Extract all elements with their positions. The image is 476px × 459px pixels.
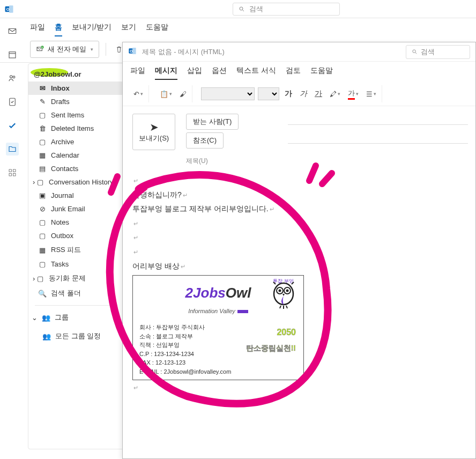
owl-icon bbox=[271, 281, 296, 310]
folder-conversation-history[interactable]: › ▢Conversation History bbox=[28, 175, 124, 189]
calendar-icon: ▦ bbox=[38, 151, 47, 159]
drafts-icon: ✎ bbox=[38, 98, 47, 106]
rail-mail-icon[interactable] bbox=[6, 25, 19, 38]
new-mail-button[interactable]: + 새 전자 메일 ▾ bbox=[30, 41, 99, 58]
folder-calendar[interactable]: ▦Calendar bbox=[28, 149, 124, 162]
people-icon: 👥 bbox=[42, 314, 50, 322]
folder-label: 검색 폴더 bbox=[51, 288, 81, 298]
cc-button[interactable]: 참조(C) bbox=[186, 132, 224, 149]
folder-contacts[interactable]: ▤Contacts bbox=[28, 162, 124, 175]
tab-options[interactable]: 옵션 bbox=[212, 66, 227, 80]
folder-sent[interactable]: ▢Sent Items bbox=[28, 108, 124, 122]
app-rail bbox=[0, 19, 25, 179]
folder-groups[interactable]: ⌄👥그룹 bbox=[28, 310, 124, 325]
search-icon bbox=[239, 6, 245, 12]
folder-junk[interactable]: ⊘Junk Email bbox=[28, 202, 124, 216]
tab-format[interactable]: 텍스트 서식 bbox=[236, 66, 276, 80]
format-painter-button[interactable]: 🖌 bbox=[177, 88, 189, 100]
tab-sendrecv[interactable]: 보내기/받기 bbox=[72, 23, 111, 36]
folder-label: 모든 그룹 일정 bbox=[55, 331, 101, 341]
new-mail-icon: + bbox=[36, 45, 44, 54]
folder-tasks[interactable]: ▢Tasks bbox=[28, 257, 124, 271]
body-line bbox=[132, 230, 466, 245]
search-placeholder: 검색 bbox=[249, 4, 263, 14]
compose-window: O 제목 없음 - 메시지 (HTML) 검색 파일 메시지 삽입 옵션 텍스트… bbox=[122, 42, 476, 459]
compose-ribbon: ↶▾ 📋▾ 🖌 가 가 가 🖍▾ 가▾ ☰▾ bbox=[123, 82, 475, 106]
folder-outbox[interactable]: ▢Outbox bbox=[28, 229, 124, 242]
send-icon: ➤ bbox=[133, 121, 175, 134]
compose-search-input[interactable]: 검색 bbox=[406, 45, 470, 59]
tab-view[interactable]: 보기 bbox=[121, 23, 136, 36]
rail-people-icon[interactable] bbox=[6, 72, 19, 85]
font-color-button[interactable]: 가▾ bbox=[346, 86, 361, 102]
tab-help[interactable]: 도움말 bbox=[146, 23, 168, 36]
body-line: 안녕하십니까? bbox=[132, 188, 466, 202]
expand-icon: › ▢ bbox=[32, 178, 44, 186]
titlebar: O 검색 bbox=[0, 0, 476, 18]
search-icon bbox=[412, 49, 418, 55]
svg-rect-19 bbox=[132, 48, 136, 54]
trash-icon: 🗑 bbox=[38, 124, 47, 132]
underline-button[interactable]: 가 bbox=[313, 88, 324, 100]
folder-label: Tasks bbox=[51, 260, 69, 268]
font-family-select[interactable] bbox=[201, 87, 255, 100]
folder-inbox[interactable]: ✉Inbox bbox=[28, 82, 124, 95]
compose-titlebar: O 제목 없음 - 메시지 (HTML) 검색 bbox=[123, 42, 475, 62]
folder-search-folders[interactable]: 🔍검색 폴더 bbox=[28, 286, 124, 301]
subject-label: 제목(U) bbox=[186, 157, 208, 165]
cc-field[interactable] bbox=[288, 143, 468, 144]
account-header[interactable]: @2Jobsowl.or bbox=[28, 67, 124, 82]
folder-sync-issues[interactable]: › ▢동기화 문제 bbox=[28, 271, 124, 286]
highlight-button[interactable]: 🖍▾ bbox=[328, 88, 343, 100]
tab-file[interactable]: 파일 bbox=[130, 66, 145, 80]
rail-tasks-icon[interactable] bbox=[6, 95, 19, 108]
folder-label: Outbox bbox=[51, 232, 73, 240]
contacts-icon: ▤ bbox=[38, 165, 47, 173]
search-input-top[interactable]: 검색 bbox=[233, 3, 340, 16]
rail-files-icon[interactable] bbox=[6, 143, 19, 156]
new-mail-label: 새 전자 메일 bbox=[48, 45, 86, 54]
svg-rect-6 bbox=[9, 52, 16, 58]
paste-button[interactable]: 📋▾ bbox=[158, 88, 174, 100]
svg-point-8 bbox=[10, 76, 13, 78]
sig-email: E-MAIL : 2Jobsowl@infovalley.com bbox=[139, 367, 297, 376]
italic-button[interactable]: 가 bbox=[298, 88, 309, 100]
bold-button[interactable]: 가 bbox=[282, 88, 294, 100]
tab-help[interactable]: 도움말 bbox=[310, 66, 333, 80]
rail-calendar-icon[interactable] bbox=[6, 48, 19, 61]
compose-tabs: 파일 메시지 삽입 옵션 텍스트 서식 검토 도움말 bbox=[123, 62, 475, 80]
folder-all-groups[interactable]: 👥모든 그룹 일정 bbox=[28, 325, 124, 344]
folder-notes[interactable]: ▢Notes bbox=[28, 216, 124, 229]
folder-deleted[interactable]: 🗑Deleted Items bbox=[28, 122, 124, 135]
svg-line-4 bbox=[243, 10, 244, 11]
rail-todo-icon[interactable] bbox=[6, 119, 19, 132]
bullets-button[interactable]: ☰▾ bbox=[364, 88, 378, 100]
font-size-select[interactable] bbox=[258, 87, 279, 100]
tab-message[interactable]: 메시지 bbox=[155, 66, 177, 80]
expand-icon: › ▢ bbox=[32, 275, 44, 283]
folder-journal[interactable]: ▣Journal bbox=[28, 189, 124, 202]
people-icon: 👥 bbox=[42, 332, 51, 340]
folder-label: Drafts bbox=[51, 98, 70, 106]
svg-text:O: O bbox=[6, 7, 10, 12]
rail-apps-icon[interactable] bbox=[6, 166, 19, 179]
compose-body[interactable]: 안녕하십니까? 투잡부엉 블로그 제작부 어리부엉입니다. 어리부엉 배상 투잡… bbox=[123, 166, 475, 402]
tab-home[interactable]: 홈 bbox=[55, 23, 62, 36]
undo-button[interactable]: ↶▾ bbox=[131, 88, 145, 100]
folder-rss[interactable]: ▦RSS 피드 bbox=[28, 242, 124, 257]
to-button[interactable]: 받는 사람(T) bbox=[186, 114, 239, 130]
to-field[interactable] bbox=[288, 124, 468, 125]
tab-insert[interactable]: 삽입 bbox=[187, 66, 202, 80]
main-tabs: 파일 홈 보내기/받기 보기 도움말 bbox=[0, 18, 476, 36]
send-label: 보내기(S) bbox=[133, 134, 175, 143]
send-button[interactable]: ➤ 보내기(S) bbox=[132, 114, 175, 150]
folder-label: Archive bbox=[51, 138, 74, 146]
folder-drafts[interactable]: ✎Drafts bbox=[28, 95, 124, 108]
sent-icon: ▢ bbox=[38, 111, 47, 119]
journal-icon: ▣ bbox=[38, 191, 47, 199]
folder-archive[interactable]: ▢Archive bbox=[28, 135, 124, 149]
rss-icon: ▦ bbox=[38, 246, 47, 254]
tab-review[interactable]: 검토 bbox=[286, 66, 301, 80]
tab-file[interactable]: 파일 bbox=[30, 23, 45, 36]
body-line: 투잡부엉 블로그 제작부 어리부엉입니다. bbox=[132, 202, 466, 216]
